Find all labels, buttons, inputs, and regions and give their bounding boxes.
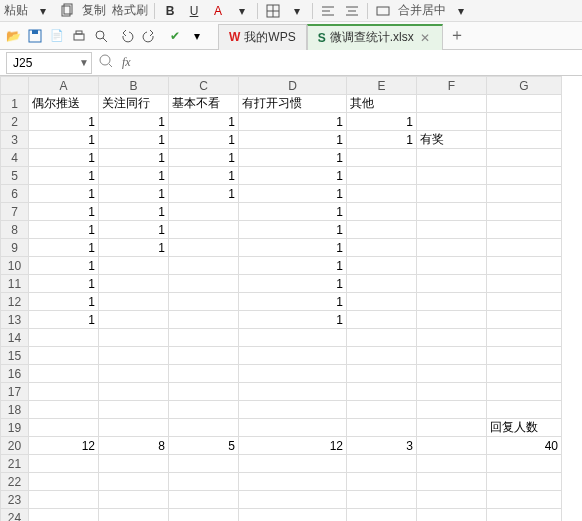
row-header-7[interactable]: 7 <box>1 203 29 221</box>
cell-A2[interactable]: 1 <box>29 113 99 131</box>
cell-F21[interactable] <box>417 455 487 473</box>
cell-C3[interactable]: 1 <box>169 131 239 149</box>
cell-C4[interactable]: 1 <box>169 149 239 167</box>
cell-G16[interactable] <box>487 365 562 383</box>
cell-B11[interactable] <box>99 275 169 293</box>
row-header-23[interactable]: 23 <box>1 491 29 509</box>
cell-G10[interactable] <box>487 257 562 275</box>
cell-E12[interactable] <box>347 293 417 311</box>
cell-B9[interactable]: 1 <box>99 239 169 257</box>
cell-A15[interactable] <box>29 347 99 365</box>
cell-F9[interactable] <box>417 239 487 257</box>
cell-G21[interactable] <box>487 455 562 473</box>
caret3-icon[interactable]: ▾ <box>288 2 306 20</box>
zoom-icon[interactable] <box>98 53 114 72</box>
cell-F18[interactable] <box>417 401 487 419</box>
cell-A21[interactable] <box>29 455 99 473</box>
cell-E24[interactable] <box>347 509 417 522</box>
row-header-24[interactable]: 24 <box>1 509 29 522</box>
cell-F12[interactable] <box>417 293 487 311</box>
col-header-E[interactable]: E <box>347 77 417 95</box>
cell-F19[interactable] <box>417 419 487 437</box>
cell-C8[interactable] <box>169 221 239 239</box>
name-box-dropdown-icon[interactable]: ▼ <box>79 57 89 68</box>
row-header-5[interactable]: 5 <box>1 167 29 185</box>
cell-C16[interactable] <box>169 365 239 383</box>
align-center-icon[interactable] <box>343 2 361 20</box>
row-header-17[interactable]: 17 <box>1 383 29 401</box>
fx-icon[interactable]: fx <box>122 55 131 70</box>
spreadsheet-grid[interactable]: ABCDEFG1偶尔推送关注同行基本不看有打开习惯其他211111311111有… <box>0 76 582 521</box>
cell-G9[interactable] <box>487 239 562 257</box>
cell-E20[interactable]: 3 <box>347 437 417 455</box>
cell-F15[interactable] <box>417 347 487 365</box>
cell-G22[interactable] <box>487 473 562 491</box>
cell-A24[interactable] <box>29 509 99 522</box>
cell-F24[interactable] <box>417 509 487 522</box>
cell-A22[interactable] <box>29 473 99 491</box>
cell-A9[interactable]: 1 <box>29 239 99 257</box>
cell-C1[interactable]: 基本不看 <box>169 95 239 113</box>
cell-A11[interactable]: 1 <box>29 275 99 293</box>
caret-icon[interactable]: ▾ <box>34 2 52 20</box>
cell-A12[interactable]: 1 <box>29 293 99 311</box>
cell-G6[interactable] <box>487 185 562 203</box>
cell-A10[interactable]: 1 <box>29 257 99 275</box>
cell-D19[interactable] <box>239 419 347 437</box>
merge-label[interactable]: 合并居中 <box>398 2 446 19</box>
cell-B16[interactable] <box>99 365 169 383</box>
cell-C18[interactable] <box>169 401 239 419</box>
cell-C11[interactable] <box>169 275 239 293</box>
row-header-3[interactable]: 3 <box>1 131 29 149</box>
cell-A5[interactable]: 1 <box>29 167 99 185</box>
cell-C7[interactable] <box>169 203 239 221</box>
cell-A20[interactable]: 12 <box>29 437 99 455</box>
bold-icon[interactable]: B <box>161 2 179 20</box>
col-header-A[interactable]: A <box>29 77 99 95</box>
cell-B14[interactable] <box>99 329 169 347</box>
cell-B1[interactable]: 关注同行 <box>99 95 169 113</box>
row-header-19[interactable]: 19 <box>1 419 29 437</box>
cell-D7[interactable]: 1 <box>239 203 347 221</box>
cell-G14[interactable] <box>487 329 562 347</box>
row-header-10[interactable]: 10 <box>1 257 29 275</box>
cell-F17[interactable] <box>417 383 487 401</box>
cell-A23[interactable] <box>29 491 99 509</box>
cell-B7[interactable]: 1 <box>99 203 169 221</box>
cell-B18[interactable] <box>99 401 169 419</box>
cell-F23[interactable] <box>417 491 487 509</box>
cell-G12[interactable] <box>487 293 562 311</box>
cell-F20[interactable] <box>417 437 487 455</box>
cell-E10[interactable] <box>347 257 417 275</box>
cell-E6[interactable] <box>347 185 417 203</box>
cell-B6[interactable]: 1 <box>99 185 169 203</box>
cell-F16[interactable] <box>417 365 487 383</box>
row-header-1[interactable]: 1 <box>1 95 29 113</box>
cell-E14[interactable] <box>347 329 417 347</box>
copy-label[interactable]: 复制 <box>82 2 106 19</box>
cell-B20[interactable]: 8 <box>99 437 169 455</box>
name-box[interactable]: J25 ▼ <box>6 52 92 74</box>
row-header-6[interactable]: 6 <box>1 185 29 203</box>
cell-A14[interactable] <box>29 329 99 347</box>
cell-A18[interactable] <box>29 401 99 419</box>
cell-E17[interactable] <box>347 383 417 401</box>
cell-E13[interactable] <box>347 311 417 329</box>
cell-B22[interactable] <box>99 473 169 491</box>
check-icon[interactable]: ✔ <box>166 27 184 45</box>
cell-G5[interactable] <box>487 167 562 185</box>
cell-D15[interactable] <box>239 347 347 365</box>
cell-F5[interactable] <box>417 167 487 185</box>
cell-D20[interactable]: 12 <box>239 437 347 455</box>
caret2-icon[interactable]: ▾ <box>233 2 251 20</box>
cell-D18[interactable] <box>239 401 347 419</box>
border-icon[interactable] <box>264 2 282 20</box>
pdf-icon[interactable]: 📄 <box>48 27 66 45</box>
cell-E8[interactable] <box>347 221 417 239</box>
cell-E4[interactable] <box>347 149 417 167</box>
cell-B24[interactable] <box>99 509 169 522</box>
cell-D5[interactable]: 1 <box>239 167 347 185</box>
cell-C12[interactable] <box>169 293 239 311</box>
row-header-20[interactable]: 20 <box>1 437 29 455</box>
cell-G15[interactable] <box>487 347 562 365</box>
